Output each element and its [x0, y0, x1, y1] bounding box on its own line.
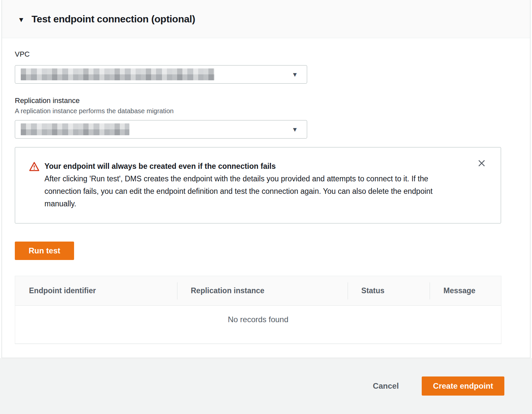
empty-state-message: No records found — [15, 306, 501, 324]
section-header[interactable]: ▼ Test endpoint connection (optional) — [2, 0, 530, 38]
close-icon[interactable] — [476, 157, 488, 169]
test-results-table: Endpoint identifier Replication instance… — [15, 276, 501, 344]
chevron-down-icon: ▼ — [292, 126, 298, 133]
test-endpoint-connection-section: ▼ Test endpoint connection (optional) VP… — [2, 0, 530, 358]
vpc-redacted-value — [21, 68, 214, 80]
section-title: Test endpoint connection (optional) — [32, 13, 195, 25]
column-header-status: Status — [348, 286, 430, 295]
collapse-triangle-icon: ▼ — [18, 15, 25, 23]
column-header-endpoint-identifier: Endpoint identifier — [15, 286, 177, 295]
column-header-replication-instance: Replication instance — [177, 286, 348, 295]
run-test-button[interactable]: Run test — [15, 242, 74, 260]
vpc-select[interactable]: ▼ — [15, 65, 307, 84]
replication-instance-label: Replication instance — [15, 96, 530, 105]
table-body: No records found — [15, 306, 501, 344]
cancel-button[interactable]: Cancel — [371, 381, 401, 391]
table-header-row: Endpoint identifier Replication instance… — [15, 276, 501, 306]
warning-alert: Your endpoint will always be created eve… — [15, 147, 501, 223]
warning-triangle-icon — [29, 160, 40, 210]
alert-body: After clicking 'Run test', DMS creates t… — [44, 172, 465, 210]
section-body: VPC ▼ Replication instance A replication… — [2, 38, 530, 358]
alert-content: Your endpoint will always be created eve… — [44, 160, 465, 210]
vpc-label: VPC — [15, 50, 530, 59]
chevron-down-icon: ▼ — [292, 71, 298, 78]
alert-title: Your endpoint will always be created eve… — [44, 160, 465, 172]
replication-instance-description: A replication instance performs the data… — [15, 107, 530, 115]
replication-instance-select[interactable]: ▼ — [15, 120, 307, 139]
column-header-message: Message — [430, 286, 501, 295]
create-endpoint-button[interactable]: Create endpoint — [422, 376, 504, 396]
replication-instance-redacted-value — [21, 123, 129, 135]
footer-action-bar: Cancel Create endpoint — [0, 358, 532, 414]
